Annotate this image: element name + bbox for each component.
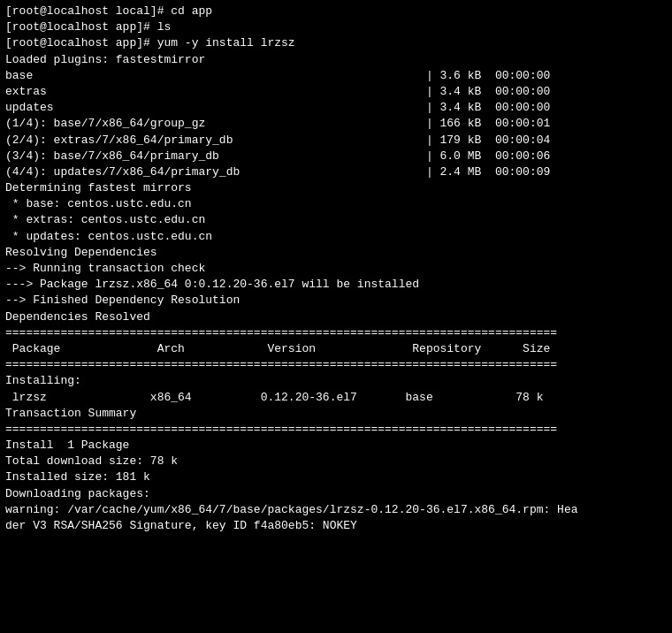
install-count: Install 1 Package — [5, 438, 667, 454]
inst-size: Installed size: 181 k — [5, 469, 667, 485]
resolving: Resolving Dependencies — [5, 245, 667, 261]
dl4-line: (4/4): updates/7/x86_64/primary_db | 2.4… — [5, 164, 667, 180]
warning-line2: der V3 RSA/SHA256 Signature, key ID f4a8… — [5, 518, 667, 534]
mirror2: * extras: centos.ustc.edu.cn — [5, 212, 667, 228]
dl-packages: Downloading packages: — [5, 486, 667, 502]
dl-size: Total download size: 78 k — [5, 454, 667, 469]
lrzsz-row: lrzsz x86_64 0.12.20-36.el7 base 78 k — [5, 390, 667, 406]
mirror1: * base: centos.ustc.edu.cn — [5, 196, 667, 212]
divider1: ========================================… — [5, 325, 667, 341]
package-install: ---> Package lrzsz.x86_64 0:0.12.20-36.e… — [5, 277, 667, 293]
updates-line: updates | 3.4 kB 00:00:00 — [5, 100, 667, 116]
cmd-line-1: [root@localhost local]# cd app — [5, 4, 667, 19]
installing-label: Installing: — [5, 373, 667, 389]
dl2-line: (2/4): extras/7/x86_64/primary_db | 179 … — [5, 133, 667, 149]
divider3: ========================================… — [5, 422, 667, 438]
cmd-line-3: [root@localhost app]# yum -y install lrz… — [5, 35, 667, 51]
mirror3: * updates: centos.ustc.edu.cn — [5, 229, 667, 245]
extras-line: extras | 3.4 kB 00:00:00 — [5, 84, 667, 100]
base-line: base | 3.6 kB 00:00:00 — [5, 68, 667, 84]
tx-summary: Transaction Summary — [5, 406, 667, 422]
divider2: ========================================… — [5, 357, 667, 373]
terminal-window: [root@localhost local]# cd app [root@loc… — [0, 0, 672, 633]
cmd-line-2: [root@localhost app]# ls — [5, 19, 667, 35]
dl1-line: (1/4): base/7/x86_64/group_gz | 166 kB 0… — [5, 116, 667, 132]
dl3-line: (3/4): base/7/x86_64/primary_db | 6.0 MB… — [5, 149, 667, 164]
running-check: --> Running transaction check — [5, 261, 667, 277]
finished-dep: --> Finished Dependency Resolution — [5, 293, 667, 309]
det-mirrors: Determining fastest mirrors — [5, 180, 667, 196]
dep-resolved: Dependencies Resolved — [5, 309, 667, 325]
loaded-plugins: Loaded plugins: fastestmirror — [5, 52, 667, 68]
warning-line: warning: /var/cache/yum/x86_64/7/base/pa… — [5, 502, 667, 518]
table-header: Package Arch Version Repository Size — [5, 341, 667, 357]
